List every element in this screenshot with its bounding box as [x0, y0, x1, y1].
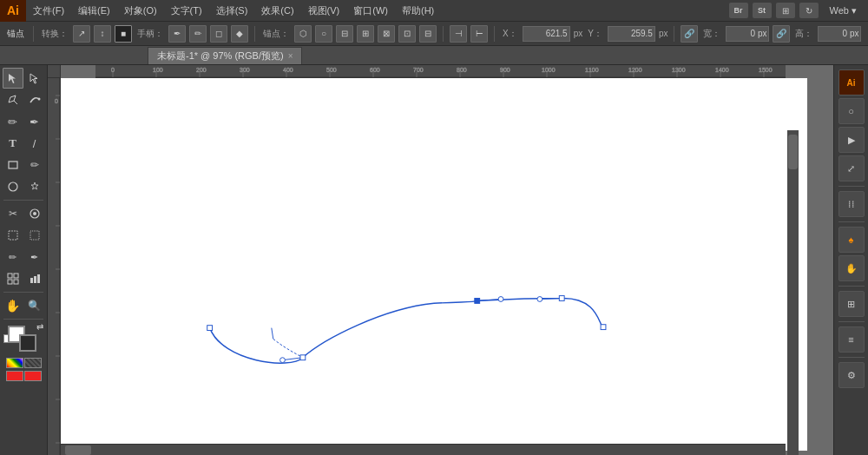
menu-view[interactable]: 视图(V)	[301, 0, 347, 21]
menu-object[interactable]: 对象(O)	[117, 0, 164, 21]
anchor-point-2[interactable]	[300, 355, 306, 360]
pen-tool[interactable]	[3, 89, 23, 110]
right-panel-grid2[interactable]: ⊞	[838, 291, 865, 317]
reflect-tool[interactable]	[24, 225, 45, 246]
anchor-point-active[interactable]	[475, 299, 480, 304]
width-tool[interactable]: ✏	[3, 247, 23, 267]
tab-close-btn[interactable]: ×	[288, 51, 293, 61]
pencil-tool[interactable]: ✏	[24, 155, 45, 175]
right-panel-play[interactable]: ▶	[838, 127, 865, 153]
menu-file[interactable]: 文件(F)	[26, 0, 71, 21]
horizontal-scroll-thumb[interactable]	[65, 445, 91, 455]
direct-selection-tool[interactable]	[24, 68, 45, 89]
gradient-swatch[interactable]	[6, 358, 23, 368]
tab-document[interactable]: 未标题-1* @ 97% (RGB/预览) ×	[148, 47, 302, 64]
handle-point-1[interactable]	[280, 358, 286, 363]
add-anchor-tool[interactable]: ✏	[3, 111, 23, 132]
right-panel-hand[interactable]: ✋	[838, 255, 865, 281]
bridge-icon-btn[interactable]: Br	[729, 3, 748, 18]
transform-btn2[interactable]: ↕	[94, 25, 111, 43]
menu-effect[interactable]: 效果(C)	[254, 0, 300, 21]
anchor-point-1[interactable]	[207, 326, 213, 331]
swap-colors-icon[interactable]: ⇄	[36, 322, 43, 332]
selection-tool[interactable]	[3, 68, 23, 89]
right-panel-gear[interactable]: ⚙	[838, 362, 865, 388]
hand-tool[interactable]: ✋	[3, 295, 23, 316]
anchor-point-4[interactable]	[601, 325, 606, 330]
anchor-btn3[interactable]: ⊟	[336, 25, 353, 43]
grid-icon-btn[interactable]: ⊞	[776, 3, 795, 18]
sync-icon-btn[interactable]: ↻	[799, 3, 819, 18]
width-tools: ✏ ✒	[3, 247, 45, 267]
vertical-scrollbar[interactable]	[787, 130, 799, 455]
rotate-tool[interactable]	[3, 225, 23, 246]
menu-web[interactable]: Web ▾	[823, 5, 864, 16]
hand-tools: ✋ 🔍	[3, 295, 45, 316]
right-panel-circle[interactable]: ○	[838, 98, 865, 124]
menu-text[interactable]: 文字(T)	[164, 0, 209, 21]
transform-btn3[interactable]: ■	[115, 25, 132, 43]
brush-tool[interactable]: ✂	[3, 203, 23, 224]
right-panel-lines[interactable]: ≡	[838, 326, 865, 353]
anchor-tools: ✏ ✒	[3, 111, 45, 132]
anchor-point-3[interactable]	[559, 296, 564, 301]
right-panel-cc[interactable]: ♠	[838, 227, 865, 253]
anchor-btn6[interactable]: ⊡	[398, 25, 416, 43]
menu-edit[interactable]: 编辑(E)	[71, 0, 117, 21]
canvas-area[interactable]	[61, 78, 807, 451]
right-panel-ai[interactable]: Ai	[838, 69, 865, 96]
align-btn1[interactable]: ⊣	[450, 25, 467, 43]
column-chart-tool[interactable]	[24, 268, 45, 289]
handle-btn1[interactable]: ✒	[168, 25, 186, 43]
anchor-btn1[interactable]: ⬡	[294, 25, 312, 43]
svg-text:1000: 1000	[542, 67, 556, 73]
rect-tool[interactable]	[3, 155, 23, 175]
handle-btn4[interactable]: ◆	[231, 25, 248, 43]
warp-tool[interactable]: ✒	[24, 247, 45, 267]
anchor-btn4[interactable]: ⊞	[357, 25, 374, 43]
eraser-tool[interactable]	[24, 203, 45, 224]
w-input[interactable]	[726, 26, 769, 42]
link-btn[interactable]: 🔗	[681, 25, 698, 43]
horizontal-scrollbar[interactable]	[61, 444, 786, 455]
type-tool[interactable]: T	[3, 133, 23, 154]
anchor-btn2[interactable]: ○	[315, 25, 332, 43]
symbol-tool[interactable]	[3, 268, 23, 289]
line-tool[interactable]: /	[24, 133, 45, 154]
handle-btn3[interactable]: ◻	[210, 25, 227, 43]
menu-window[interactable]: 窗口(W)	[346, 0, 395, 21]
brush-tools: ✂	[3, 203, 45, 224]
transform-btn1[interactable]: ↗	[73, 25, 90, 43]
handle-point-2[interactable]	[498, 297, 503, 302]
vertical-scroll-thumb[interactable]	[788, 135, 798, 169]
svg-text:300: 300	[240, 67, 250, 73]
stroke-swatch[interactable]	[19, 334, 36, 352]
right-panel-grid[interactable]: ⁞⁞	[838, 191, 865, 217]
none-swatch[interactable]	[24, 358, 42, 368]
link-btn2[interactable]: 🔗	[773, 25, 790, 43]
tool-separator1	[3, 200, 43, 201]
canvas-container[interactable]: 0 100 200 300 400 500 600 700 800 900 10…	[48, 65, 833, 455]
h-input[interactable]	[818, 26, 861, 42]
ellipse-tool[interactable]	[3, 176, 23, 197]
delete-anchor-tool[interactable]: ✒	[24, 111, 45, 132]
red-swatch[interactable]	[6, 371, 23, 381]
menu-bar: Ai 文件(F) 编辑(E) 对象(O) 文字(T) 选择(S) 效果(C) 视…	[0, 0, 868, 22]
anchor-btn7[interactable]: ⊟	[419, 25, 437, 43]
anchor-btn5[interactable]: ⊠	[378, 25, 395, 43]
menu-select[interactable]: 选择(S)	[209, 0, 255, 21]
zoom-tool[interactable]: 🔍	[24, 295, 45, 316]
stock-icon-btn[interactable]: St	[753, 3, 772, 18]
star-tool[interactable]	[24, 176, 45, 197]
menu-help[interactable]: 帮助(H)	[395, 0, 441, 21]
svg-rect-9	[8, 280, 12, 284]
curvature-tool[interactable]	[24, 89, 45, 110]
rp-separator2	[838, 221, 865, 222]
red-swatch2[interactable]	[24, 371, 42, 381]
y-input[interactable]	[608, 26, 655, 42]
handle-point-3[interactable]	[537, 297, 542, 302]
x-input[interactable]	[523, 26, 570, 42]
right-panel-export[interactable]: ⤢	[838, 155, 865, 181]
align-btn2[interactable]: ⊢	[470, 25, 488, 43]
handle-btn2[interactable]: ✏	[189, 25, 207, 43]
